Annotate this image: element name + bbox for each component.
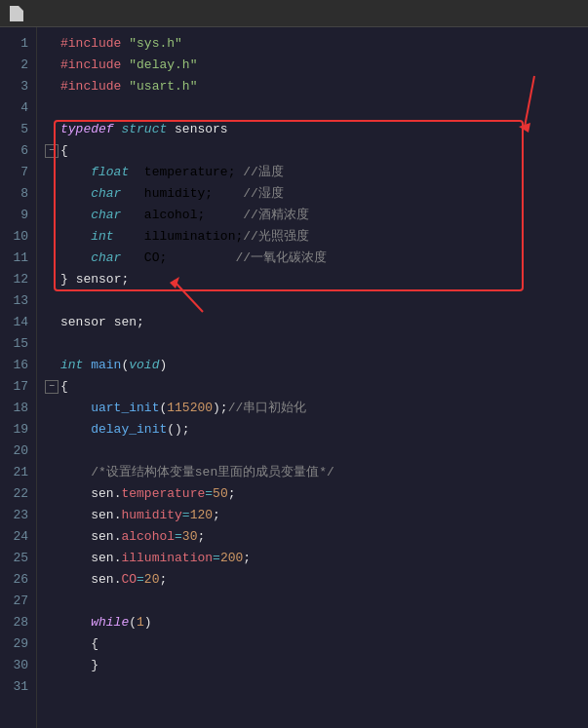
line-number-27: 27 [0, 591, 36, 612]
code-line-18: uart_init(115200);//串口初始化 [45, 398, 588, 419]
code-content-13 [60, 290, 68, 312]
code-content-26: sen.CO=20; [60, 569, 167, 591]
code-content-5: typedef struct sensors [60, 119, 228, 140]
code-line-23: sen.humidity=120; [45, 505, 588, 526]
line-number-20: 20 [0, 441, 36, 462]
line-number-16: 16 [0, 355, 36, 376]
code-line-26: sen.CO=20; [45, 569, 588, 591]
code-content-22: sen.temperature=50; [60, 483, 236, 505]
line-number-7: 7 [0, 162, 36, 183]
line-number-23: 23 [0, 505, 36, 526]
collapse-icon-17[interactable]: − [45, 380, 59, 394]
line-number-5: 5 [0, 119, 36, 140]
code-content-20 [60, 441, 68, 462]
code-content-24: sen.alcohol=30; [60, 526, 205, 548]
code-content-19: delay_init(); [60, 419, 190, 441]
code-line-14: sensor sen; [45, 312, 588, 333]
code-content-17: { [60, 376, 68, 398]
code-content-27 [60, 591, 68, 612]
code-content-7: float temperature; //温度 [60, 162, 284, 183]
line-number-6: 6 [0, 140, 36, 162]
code-line-21: /*设置结构体变量sen里面的成员变量值*/ [45, 462, 588, 483]
line-numbers: 1234567891011121314151617181920212223242… [0, 27, 37, 728]
line-number-1: 1 [0, 33, 36, 55]
code-content-15 [60, 333, 68, 355]
line-number-30: 30 [0, 655, 36, 676]
code-content-11: char CO; //一氧化碳浓度 [60, 248, 327, 269]
line-number-13: 13 [0, 290, 36, 312]
code-line-22: sen.temperature=50; [45, 483, 588, 505]
code-line-5: typedef struct sensors [45, 119, 588, 140]
code-content-9: char alcohol; //酒精浓度 [60, 205, 309, 226]
line-number-8: 8 [0, 183, 36, 205]
code-line-12: } sensor; [45, 269, 588, 290]
line-number-15: 15 [0, 333, 36, 355]
code-line-10: int illumination;//光照强度 [45, 226, 588, 248]
code-content-12: } sensor; [60, 269, 129, 290]
code-line-11: char CO; //一氧化碳浓度 [45, 248, 588, 269]
line-number-19: 19 [0, 419, 36, 441]
code-content-6: { [60, 140, 68, 162]
code-area[interactable]: #include "sys.h"#include "delay.h"#inclu… [37, 27, 588, 728]
line-number-3: 3 [0, 76, 36, 97]
code-line-7: float temperature; //温度 [45, 162, 588, 183]
code-line-19: delay_init(); [45, 419, 588, 441]
collapse-icon-6[interactable]: − [45, 144, 59, 158]
code-line-29: { [45, 633, 588, 655]
line-number-2: 2 [0, 55, 36, 76]
code-content-18: uart_init(115200);//串口初始化 [60, 398, 306, 419]
code-line-17: −{ [45, 376, 588, 398]
code-content-2: #include "delay.h" [60, 55, 197, 76]
code-line-8: char humidity; //湿度 [45, 183, 588, 205]
line-number-21: 21 [0, 462, 36, 483]
code-line-13 [45, 290, 588, 312]
line-number-9: 9 [0, 205, 36, 226]
line-number-22: 22 [0, 483, 36, 505]
code-line-30: } [45, 655, 588, 676]
code-content-16: int main(void) [60, 355, 167, 376]
line-number-18: 18 [0, 398, 36, 419]
code-line-15 [45, 333, 588, 355]
code-content-31 [60, 676, 68, 698]
code-line-28: while(1) [45, 612, 588, 633]
line-number-25: 25 [0, 548, 36, 569]
code-line-9: char alcohol; //酒精浓度 [45, 205, 588, 226]
code-line-4 [45, 97, 588, 119]
code-content-30: } [60, 655, 98, 676]
file-icon [10, 6, 23, 21]
code-line-6: −{ [45, 140, 588, 162]
code-content-21: /*设置结构体变量sen里面的成员变量值*/ [60, 462, 334, 483]
code-content-8: char humidity; //湿度 [60, 183, 284, 205]
code-line-16: int main(void) [45, 355, 588, 376]
code-line-2: #include "delay.h" [45, 55, 588, 76]
line-number-24: 24 [0, 526, 36, 548]
code-content-4 [60, 97, 68, 119]
line-number-28: 28 [0, 612, 36, 633]
title-bar [0, 0, 588, 27]
line-number-10: 10 [0, 226, 36, 248]
code-content-14: sensor sen; [60, 312, 144, 333]
code-content-10: int illumination;//光照强度 [60, 226, 309, 248]
line-number-26: 26 [0, 569, 36, 591]
code-content-1: #include "sys.h" [60, 33, 182, 55]
code-line-3: #include "usart.h" [45, 76, 588, 97]
code-line-20 [45, 441, 588, 462]
code-content-29: { [60, 633, 98, 655]
editor: 1234567891011121314151617181920212223242… [0, 27, 588, 728]
code-line-27 [45, 591, 588, 612]
code-line-31 [45, 676, 588, 698]
line-number-12: 12 [0, 269, 36, 290]
line-number-29: 29 [0, 633, 36, 655]
line-number-14: 14 [0, 312, 36, 333]
line-number-11: 11 [0, 248, 36, 269]
code-content-23: sen.humidity=120; [60, 505, 220, 526]
line-number-31: 31 [0, 676, 36, 698]
code-line-1: #include "sys.h" [45, 33, 588, 55]
line-number-17: 17 [0, 376, 36, 398]
code-line-25: sen.illumination=200; [45, 548, 588, 569]
code-content-28: while(1) [60, 612, 152, 633]
code-content-3: #include "usart.h" [60, 76, 197, 97]
code-line-24: sen.alcohol=30; [45, 526, 588, 548]
code-content-25: sen.illumination=200; [60, 548, 251, 569]
line-number-4: 4 [0, 97, 36, 119]
